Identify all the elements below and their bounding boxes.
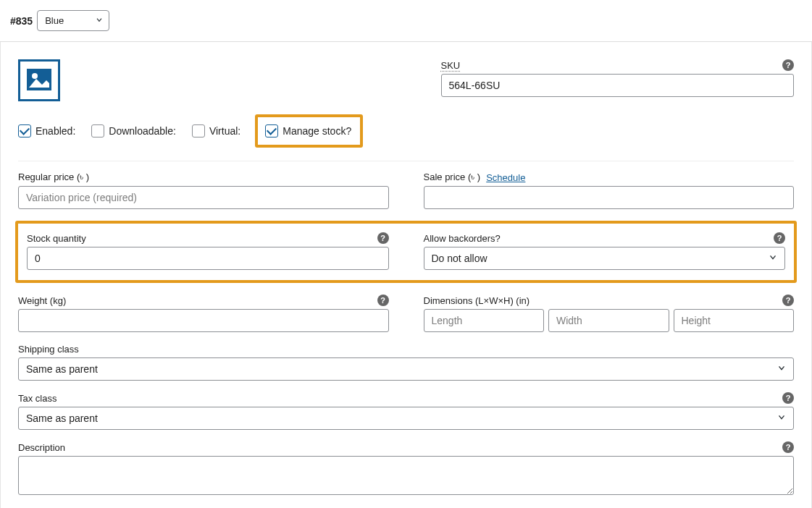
help-icon[interactable]: ? — [782, 295, 794, 306]
attribute-select[interactable]: Blue — [37, 10, 109, 31]
description-field: Description ? — [18, 441, 794, 497]
downloadable-label: Downloadable: — [109, 125, 176, 137]
shipping-class-select[interactable]: Same as parent — [18, 357, 794, 381]
help-icon[interactable]: ? — [377, 232, 389, 244]
top-left-col: Enabled: Downloadable: Virtual: Manage s… — [18, 59, 406, 148]
manage-stock-highlight: Manage stock? — [255, 114, 363, 148]
height-input[interactable] — [674, 309, 795, 332]
variation-header: #835 Blue — [0, 0, 812, 42]
enabled-checkbox-input[interactable] — [18, 124, 31, 137]
attribute-select-wrap: Blue — [37, 10, 109, 31]
tax-class-field: Tax class ? Same as parent — [18, 392, 794, 430]
length-input[interactable] — [424, 309, 545, 332]
enabled-label: Enabled: — [35, 125, 75, 137]
sku-input[interactable] — [441, 74, 795, 97]
dimensions-col: Dimensions (L×W×H) (in) ? — [424, 295, 795, 332]
tax-class-label-row: Tax class ? — [18, 392, 794, 404]
regular-price-input[interactable] — [18, 186, 389, 209]
manage-stock-label: Manage stock? — [282, 125, 351, 137]
sale-price-label-row: Sale price (৳ ) Schedule — [424, 172, 795, 183]
sku-label-row: SKU ? — [441, 59, 795, 71]
backorders-col: Allow backorders? ? Do not allow — [424, 232, 786, 270]
sale-price-label-wrap: Sale price (৳ ) Schedule — [424, 172, 526, 183]
shipping-row: Weight (kg) ? Dimensions (L×W×H) (in) ? — [18, 295, 794, 332]
description-label-row: Description ? — [18, 441, 794, 453]
dimensions-label-row: Dimensions (L×W×H) (in) ? — [424, 295, 795, 306]
regular-price-label: Regular price (৳ ) — [18, 172, 89, 183]
downloadable-checkbox[interactable]: Downloadable: — [91, 124, 176, 137]
tax-class-select-wrap: Same as parent — [18, 407, 794, 430]
dimensions-inputs — [424, 309, 795, 332]
shipping-class-label: Shipping class — [18, 344, 79, 355]
downloadable-checkbox-input[interactable] — [91, 124, 104, 137]
weight-label-row: Weight (kg) ? — [18, 295, 389, 306]
svg-point-1 — [32, 73, 38, 79]
help-icon[interactable]: ? — [377, 295, 389, 306]
shipping-class-select-wrap: Same as parent — [18, 357, 794, 381]
help-icon[interactable]: ? — [782, 441, 794, 453]
variation-id: #835 — [10, 15, 33, 27]
variation-panel: Enabled: Downloadable: Virtual: Manage s… — [0, 42, 812, 508]
price-row: Regular price (৳ ) Sale price (৳ ) Sched… — [18, 172, 794, 209]
stock-qty-input[interactable] — [27, 247, 389, 270]
schedule-link[interactable]: Schedule — [486, 172, 525, 183]
description-label: Description — [18, 442, 65, 453]
enabled-checkbox[interactable]: Enabled: — [18, 124, 75, 137]
sale-price-label: Sale price (৳ ) — [424, 172, 481, 183]
virtual-label: Virtual: — [209, 125, 240, 137]
backorders-label-row: Allow backorders? ? — [424, 232, 786, 244]
top-row: Enabled: Downloadable: Virtual: Manage s… — [18, 59, 794, 148]
sale-price-input[interactable] — [424, 186, 795, 209]
virtual-checkbox[interactable]: Virtual: — [192, 124, 240, 137]
weight-col: Weight (kg) ? — [18, 295, 389, 332]
help-icon[interactable]: ? — [782, 59, 794, 71]
dimensions-label: Dimensions (L×W×H) (in) — [424, 295, 530, 306]
tax-class-label: Tax class — [18, 393, 56, 404]
image-icon — [25, 66, 54, 95]
manage-stock-checkbox[interactable]: Manage stock? — [265, 124, 351, 137]
regular-price-col: Regular price (৳ ) — [18, 172, 389, 209]
virtual-checkbox-input[interactable] — [192, 124, 205, 137]
description-textarea[interactable] — [18, 456, 794, 495]
backorders-label: Allow backorders? — [424, 233, 501, 244]
manage-stock-checkbox-input[interactable] — [265, 124, 278, 137]
width-input[interactable] — [548, 309, 669, 332]
top-right-col: SKU ? — [441, 59, 795, 148]
variation-image-placeholder[interactable] — [18, 59, 60, 101]
sale-price-col: Sale price (৳ ) Schedule — [424, 172, 795, 209]
divider — [18, 161, 794, 161]
help-icon[interactable]: ? — [774, 232, 785, 244]
checkboxes-row: Enabled: Downloadable: Virtual: Manage s… — [18, 114, 406, 148]
help-icon[interactable]: ? — [782, 392, 794, 404]
shipping-class-label-row: Shipping class — [18, 344, 794, 355]
weight-input[interactable] — [18, 309, 389, 332]
stock-qty-label-row: Stock quantity ? — [27, 232, 389, 244]
sku-label: SKU — [441, 60, 461, 71]
stock-qty-label: Stock quantity — [27, 233, 86, 244]
stock-qty-col: Stock quantity ? — [27, 232, 389, 270]
backorders-select-wrap: Do not allow — [424, 247, 786, 270]
tax-class-select[interactable]: Same as parent — [18, 407, 794, 430]
weight-label: Weight (kg) — [18, 295, 66, 306]
shipping-class-field: Shipping class Same as parent — [18, 344, 794, 381]
regular-price-label-row: Regular price (৳ ) — [18, 172, 389, 183]
stock-highlight: Stock quantity ? Allow backorders? ? Do … — [15, 221, 797, 283]
backorders-select[interactable]: Do not allow — [424, 247, 786, 270]
